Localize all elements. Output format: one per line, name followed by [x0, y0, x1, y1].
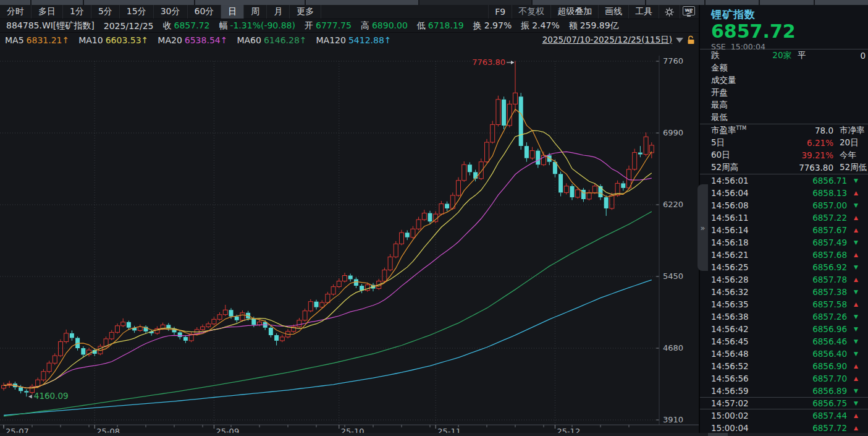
- tab-5分[interactable]: 5分: [91, 5, 120, 19]
- stat-label: 52周高: [711, 162, 764, 173]
- tick-row: 14:56:216857.68▲: [700, 249, 868, 261]
- stat-label: 最高: [711, 100, 754, 111]
- window-tab-divider: [704, 0, 706, 5]
- tick-row: 14:56:086857.00▼: [700, 199, 868, 212]
- bottom-strip: [0, 433, 868, 436]
- tab-1分[interactable]: 1分: [63, 5, 91, 19]
- tick-time: 14:56:08: [711, 200, 791, 210]
- date-range-label[interactable]: 2025/07/10-2025/12/25(115日): [542, 35, 672, 46]
- tick-row: 14:57:026856.75▼: [700, 397, 868, 409]
- ma-legend-ma20: MA206538.54↑: [158, 35, 227, 45]
- tick-price: 6857.70: [791, 374, 847, 383]
- tick-price: 6856.96: [791, 324, 847, 334]
- wp-widget-icon[interactable]: WP: [683, 6, 695, 15]
- unlock-icon[interactable]: [687, 35, 695, 45]
- tick-price: 6858.13: [791, 188, 847, 198]
- stat-label: 成交量: [711, 75, 754, 86]
- toolbar-item-1[interactable]: 不复权: [512, 5, 550, 19]
- tick-row: 14:56:326857.38▼: [700, 286, 868, 298]
- tick-price: 6856.90: [791, 361, 847, 371]
- stat-label-2: 52周低: [833, 162, 868, 173]
- quote-field-7: 换2.97%: [473, 20, 512, 32]
- tick-price: 6857.78: [791, 275, 847, 284]
- quote-field-label: 额: [569, 20, 578, 30]
- double-chevron-icon: »: [701, 223, 706, 233]
- tab-分时[interactable]: 分时: [0, 5, 32, 19]
- last-price: 6857.72: [711, 22, 868, 41]
- tick-row: 14:56:186857.49▼: [700, 236, 868, 249]
- quote-field-1: 2025/12/25: [104, 21, 154, 31]
- tick-price: 6857.26: [791, 312, 847, 322]
- quote-field-2: 收6857.72: [163, 20, 210, 32]
- window-tab-divider: [194, 0, 195, 5]
- tab-30分[interactable]: 30分: [154, 5, 188, 19]
- ratio-stats-row-1: 5日6.21%20日: [700, 137, 868, 149]
- svg-text:4160.09: 4160.09: [34, 391, 69, 401]
- toolbar-item-3[interactable]: 画线: [598, 5, 628, 19]
- candlestick-chart[interactable]: 77606990622054504680391025-0725-0825-092…: [0, 47, 699, 436]
- arrow-down-icon: ▼: [847, 314, 858, 320]
- window-tab-divider: [83, 0, 84, 5]
- tick-time: 15:00:02: [711, 411, 791, 421]
- arrow-up-icon: ▲: [847, 252, 858, 258]
- tab-更多[interactable]: 更多: [290, 5, 321, 19]
- quote-field-value: 2.47%: [532, 20, 559, 30]
- panel-collapse-handle[interactable]: »: [697, 184, 708, 271]
- stat-value: 20家: [754, 50, 791, 61]
- arrow-down-icon: ▼: [847, 326, 858, 332]
- tab-多日[interactable]: 多日: [32, 5, 63, 19]
- date-range-control[interactable]: 2025/07/10-2025/12/25(115日): [542, 35, 699, 46]
- tick-price: 6857.22: [791, 213, 847, 223]
- tick-price: 6857.58: [791, 299, 847, 309]
- quote-field-4: 开6777.75: [305, 20, 352, 32]
- market-stats-row-0: 跌20家平0: [700, 49, 868, 62]
- settings-button[interactable]: [659, 5, 680, 19]
- arrow-up-icon: ▲: [847, 276, 858, 283]
- tick-time: 14:56:28: [711, 275, 791, 284]
- tick-row: 15:00:046857.72▲: [700, 422, 868, 434]
- stat-value: 39.21%: [764, 150, 833, 160]
- quote-field-label: 开: [305, 20, 313, 30]
- stat-label: 60日: [711, 150, 764, 161]
- tick-row: 14:56:286857.78▲: [700, 273, 868, 286]
- tick-row: 14:56:486856.40▼: [700, 348, 868, 360]
- quote-field-label: 低: [417, 20, 426, 30]
- stat-label: 跌: [711, 50, 754, 61]
- tick-time: 14:56:32: [711, 287, 791, 297]
- tick-time: 14:57:02: [711, 398, 791, 408]
- quote-field-8: 振2.47%: [521, 20, 559, 32]
- svg-text:4680: 4680: [663, 343, 683, 353]
- tick-price: 6857.49: [791, 237, 847, 247]
- stat-label-2: 市净率: [833, 125, 868, 136]
- tab-周[interactable]: 周: [244, 5, 267, 19]
- quote-panel: 锂矿指数 6857.72 SSE 15:00:04 跌20家平0金额成交量开盘最…: [700, 5, 868, 436]
- svg-text:7763.80: 7763.80: [472, 58, 505, 67]
- quote-field-label: 换: [473, 20, 482, 30]
- tab-日[interactable]: 日: [221, 5, 244, 19]
- tab-月[interactable]: 月: [267, 5, 290, 19]
- toolbar-item-0[interactable]: F9: [488, 5, 512, 19]
- toolbar-right: F9不复权超级叠加画线工具 >: [488, 5, 699, 19]
- toolbar-item-2[interactable]: 超级叠加: [550, 5, 598, 19]
- ma-legend-ma120: MA1205412.88↑: [316, 35, 392, 45]
- arrow-down-icon: ▼: [847, 351, 858, 357]
- toolbar-item-4[interactable]: 工具: [628, 5, 659, 19]
- tick-time: 14:56:45: [711, 336, 791, 346]
- chevron-down-icon[interactable]: [676, 38, 683, 43]
- chart-region: 分时多日1分5分15分30分60分日周月更多 F9不复权超级叠加画线工具 > 8…: [0, 5, 699, 436]
- quote-field-value: 2025/12/25: [104, 21, 154, 31]
- stat-label: 开盘: [711, 87, 754, 98]
- quote-field-value: 6777.75: [316, 20, 352, 30]
- arrow-down-icon: ▼: [847, 264, 858, 270]
- quote-field-value: 884785.WI[锂矿指数]: [6, 20, 95, 30]
- tick-row: 14:56:046858.13▲: [700, 187, 868, 199]
- tab-60分[interactable]: 60分: [188, 5, 222, 19]
- tick-price: 6857.68: [791, 250, 847, 260]
- tick-row: 14:56:526856.90▲: [700, 360, 868, 372]
- tick-row: 14:56:146857.67▲: [700, 224, 868, 236]
- tab-15分[interactable]: 15分: [120, 5, 154, 19]
- ratio-stats-row-3: 52周高7763.8052周低: [700, 161, 868, 174]
- quote-panel-header: 锂矿指数 6857.72 SSE 15:00:04: [700, 5, 868, 49]
- tick-time: 14:56:48: [711, 349, 791, 359]
- tick-price: 6857.67: [791, 225, 847, 235]
